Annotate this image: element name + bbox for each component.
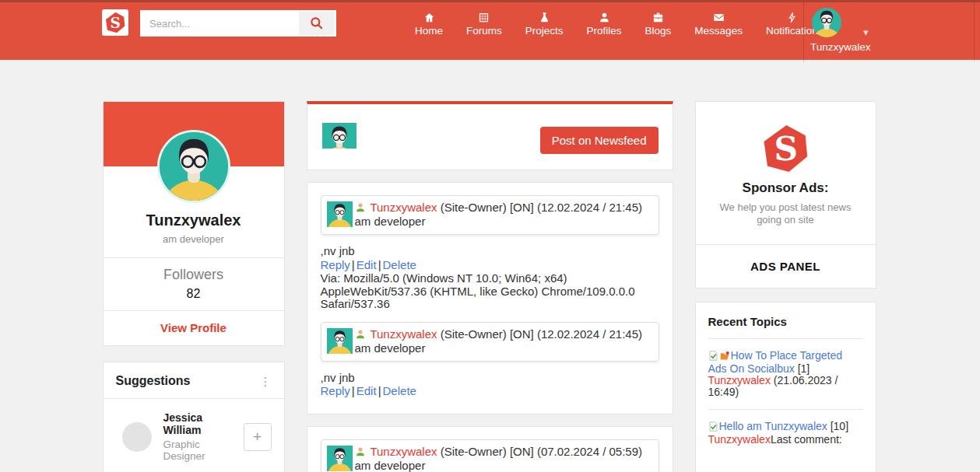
suggestions-title: Suggestions	[116, 374, 191, 388]
profile-card: Tunzxywalex am developer Followers 82 Vi…	[103, 101, 285, 346]
forums-icon	[478, 12, 490, 23]
search-bar	[140, 10, 336, 37]
post-timestamp: (12.02.2024 / 21:45)	[537, 327, 642, 341]
post-header: Tunzxywalex (Site-Owner) [ON] (12.02.202…	[321, 195, 659, 235]
profiles-icon	[599, 12, 610, 23]
site-logo[interactable]	[102, 9, 128, 36]
post-author-avatar[interactable]	[327, 328, 353, 354]
edit-link[interactable]: Edit	[357, 384, 377, 397]
edit-link[interactable]: Edit	[357, 258, 377, 271]
post-actions: Reply|Edit|Delete	[321, 385, 659, 398]
nav-item-forums[interactable]: Forums	[455, 2, 514, 37]
post-author-tagline: am developer	[327, 460, 652, 472]
topic-reply-count: [10]	[831, 420, 848, 432]
topic-author: Tunzxywalex	[708, 374, 771, 386]
nav-label: Blogs	[645, 25, 672, 37]
post-author-avatar[interactable]	[327, 446, 353, 471]
post-header-line: Tunzxywalex (Site-Owner) [ON] (12.02.202…	[327, 328, 652, 342]
kebab-menu-icon[interactable]: ⋮	[260, 376, 272, 387]
reply-link[interactable]: Reply	[321, 384, 350, 397]
profile-name: Tunzxywalex	[104, 212, 284, 229]
search-input[interactable]	[142, 12, 299, 35]
projects-icon	[539, 12, 550, 23]
topic-author: Tunzxywalex	[708, 433, 771, 446]
view-profile-row: View Profile	[104, 310, 284, 345]
user-avatar-icon	[327, 328, 353, 354]
user-avatar-icon	[327, 446, 353, 471]
post-body: ,nv jnb Reply|Edit|Delete Via: Mozilla/5…	[321, 245, 659, 311]
topic-item: How To Place Targeted Ads On Socialbux […	[708, 338, 863, 409]
delete-link[interactable]: Delete	[383, 258, 416, 271]
topic-read-icon	[708, 351, 718, 363]
post-timestamp: (07.02.2024 / 05:59)	[537, 445, 642, 458]
post-header-line: Tunzxywalex (Site-Owner) [ON] (07.02.202…	[327, 446, 652, 460]
followers-label: Followers	[104, 267, 284, 283]
avatar[interactable]	[812, 8, 841, 37]
nav-label: Profiles	[587, 25, 622, 37]
view-profile-link[interactable]: View Profile	[160, 321, 227, 334]
search-button[interactable]	[299, 12, 335, 35]
post-header-line: Tunzxywalex (Site-Owner) [ON] (12.02.202…	[327, 201, 652, 215]
feed-post: Tunzxywalex (Site-Owner) [ON] (07.02.202…	[307, 426, 673, 472]
page-content: Tunzxywalex am developer Followers 82 Vi…	[103, 60, 878, 472]
topic-link[interactable]: Hello am Tunzxywalex	[719, 420, 827, 432]
post-author-tagline: am developer	[327, 215, 652, 228]
sponsor-title: Sponsor Ads:	[696, 180, 876, 196]
post-author-role: (Site-Owner)	[441, 327, 507, 341]
user-status-icon	[355, 446, 366, 460]
chevron-down-icon[interactable]: ▾	[863, 26, 869, 38]
post-on-newsfeed-button[interactable]: Post on Newsfeed	[540, 127, 659, 154]
post-composer-card: Post on Newsfeed	[307, 101, 673, 170]
recent-topics-title: Recent Topics	[696, 302, 876, 338]
hot-topic-icon	[719, 351, 730, 363]
profile-avatar[interactable]	[157, 130, 230, 203]
user-avatar-icon	[322, 123, 357, 149]
post-online-status: [ON]	[510, 445, 534, 458]
separator: |	[352, 258, 355, 271]
nav-item-messages[interactable]: Messages	[683, 2, 754, 37]
post-author-role: (Site-Owner)	[441, 445, 507, 458]
user-status-icon	[355, 202, 366, 215]
suggestions-card: Suggestions ⋮ Jessica William Graphic De…	[103, 362, 285, 472]
post-author-link[interactable]: Tunzxywalex	[370, 445, 437, 458]
user-menu[interactable]: ▾ Tunzxywalex	[803, 2, 975, 62]
profile-tagline: am developer	[104, 233, 284, 257]
left-sidebar: Tunzxywalex am developer Followers 82 Vi…	[103, 101, 285, 472]
post-via-useragent: Via: Mozilla/5.0 (Windows NT 10.0; Win64…	[321, 272, 659, 311]
topic-last-comment-label: Last comment:	[771, 433, 842, 446]
topic-reply-count: [1]	[798, 362, 810, 375]
post-author-avatar[interactable]	[327, 201, 353, 227]
newsfeed-column: Post on Newsfeed Tunzxywalex (Site-Owner…	[307, 101, 673, 472]
sponsor-description: We help you post latest news going on si…	[707, 201, 865, 227]
post-comment-text: ,nv jnb	[321, 372, 659, 385]
post-author-role: (Site-Owner)	[441, 201, 507, 214]
nav-label: Projects	[525, 25, 564, 37]
sponsor-ads-card: Sponsor Ads: We help you post latest new…	[695, 101, 876, 288]
nav-item-profiles[interactable]: Profiles	[575, 2, 634, 37]
socialbux-logo-icon	[104, 12, 126, 33]
sponsor-logo	[760, 123, 810, 174]
nav-item-projects[interactable]: Projects	[514, 2, 575, 37]
nav-item-home[interactable]: Home	[403, 2, 455, 37]
user-status-icon	[355, 329, 366, 342]
add-friend-button[interactable]: +	[244, 423, 272, 451]
separator: |	[378, 384, 381, 397]
nav-item-blogs[interactable]: Blogs	[634, 2, 683, 37]
user-avatar-icon	[812, 8, 841, 37]
post-author-link[interactable]: Tunzxywalex	[370, 327, 437, 341]
nav-label: Home	[415, 25, 443, 37]
suggestion-name: Jessica William	[163, 411, 244, 436]
delete-link[interactable]: Delete	[383, 384, 416, 397]
post-author-link[interactable]: Tunzxywalex	[370, 201, 437, 214]
ads-panel-link[interactable]: ADS PANEL	[696, 244, 876, 288]
topic-read-icon	[708, 421, 718, 434]
nav-label: Messages	[694, 25, 743, 37]
suggestion-item: Jessica William Graphic Designer +	[104, 398, 284, 471]
post-timestamp: (12.02.2024 / 21:45)	[537, 201, 642, 214]
search-icon	[309, 16, 325, 31]
post-actions: Reply|Edit|Delete	[321, 259, 659, 272]
separator: |	[352, 384, 355, 397]
post-header: Tunzxywalex (Site-Owner) [ON] (12.02.202…	[321, 322, 659, 362]
post-online-status: [ON]	[510, 327, 534, 341]
reply-link[interactable]: Reply	[321, 258, 350, 271]
